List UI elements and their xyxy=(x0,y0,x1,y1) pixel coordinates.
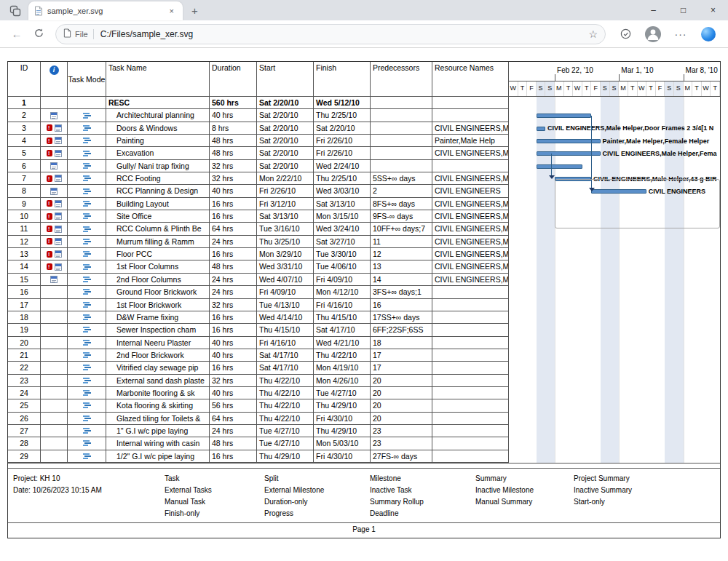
cell-predecessors: 12 xyxy=(371,248,432,260)
cell-predecessors: 13 xyxy=(371,260,432,272)
cell-task-name: 1" G.I w/c pipe laying xyxy=(106,425,210,437)
calendar-icon xyxy=(55,175,62,182)
cell-task-name: Floor PCC xyxy=(106,248,210,260)
week-label: Mar 1, '10 xyxy=(621,66,653,74)
cell-predecessors: 20 xyxy=(371,399,432,411)
cell-task-mode xyxy=(68,147,106,159)
refresh-button[interactable] xyxy=(28,28,50,41)
task-mode-icon xyxy=(83,175,91,182)
cell-task-mode xyxy=(68,122,106,134)
address-toolbar: ← File C:/Files/sample_xer.svg ☆ ··· xyxy=(0,20,728,48)
cell-task-name: Murrum filling & Ramm xyxy=(106,236,210,247)
cell-id: 13 xyxy=(8,248,41,260)
timescale-day: T xyxy=(692,81,702,96)
cell-resources xyxy=(432,375,509,386)
task-row: 5Excavation48 hrsSat 2/20/10Fri 2/26/10C… xyxy=(8,147,509,159)
cell-predecessors xyxy=(371,135,432,146)
cell-task-name: Excavation xyxy=(106,147,210,159)
cell-task-mode xyxy=(68,260,106,272)
cell-indicators xyxy=(41,375,68,386)
timescale-day: M xyxy=(555,81,564,96)
task-mode-icon xyxy=(83,339,91,346)
cell-task-mode xyxy=(68,450,106,462)
task-bar xyxy=(537,127,546,131)
cell-finish: Sat 3/27/10 xyxy=(314,236,371,247)
task-mode-icon xyxy=(83,263,91,271)
cell-indicators xyxy=(41,299,68,311)
tab-actions-icon[interactable] xyxy=(9,5,21,17)
browser-tab[interactable]: sample_xer.svg × xyxy=(28,1,183,20)
calendar-icon xyxy=(55,150,62,157)
cell-task-mode xyxy=(68,425,106,437)
cell-task-name: Ground Floor Brickwork xyxy=(106,286,210,298)
cell-start: Sat 2/20/10 xyxy=(257,97,314,108)
address-bar[interactable]: File C:/Files/sample_xer.svg ☆ xyxy=(55,24,606,44)
legend-item: Summary Rollup xyxy=(370,496,424,508)
cell-finish: Thu 2/25/10 xyxy=(314,109,371,121)
cell-start: Tue 4/13/10 xyxy=(257,299,314,311)
cell-task-name: 1st Floor Brickwork xyxy=(106,299,210,311)
cell-id: 21 xyxy=(8,349,41,361)
profile-avatar[interactable] xyxy=(639,26,667,42)
cell-resources: CIVIL ENGINEERS,M xyxy=(432,260,509,272)
window-minimize-button[interactable]: – xyxy=(638,0,668,20)
cell-finish: Mon 5/03/10 xyxy=(314,437,371,449)
cell-task-name: RCC Footing xyxy=(106,172,210,184)
cell-duration: 16 hrs xyxy=(210,210,257,222)
legend-column: TaskExternal TasksManual TaskFinish-only xyxy=(165,473,212,520)
task-mode-icon xyxy=(83,314,91,321)
cell-start: Thu 3/25/10 xyxy=(257,236,314,247)
cell-indicators xyxy=(41,362,68,373)
url-scheme-label: File xyxy=(75,30,88,39)
timescale-day: M xyxy=(684,81,693,96)
cell-id: 4 xyxy=(8,135,41,146)
timescale-day: T xyxy=(646,81,656,96)
tab-close-icon[interactable]: × xyxy=(167,6,177,16)
task-row: 24Marbonite flooring & sk40 hrsThu 4/22/… xyxy=(8,387,509,399)
task-row: 9Building Layout16 hrsFri 3/12/10Sat 3/1… xyxy=(8,198,509,210)
browser-essentials-icon[interactable] xyxy=(612,28,639,40)
cell-finish: Fri 4/30/10 xyxy=(314,450,371,462)
cell-task-mode xyxy=(68,349,106,361)
cell-duration: 40 hrs xyxy=(210,185,257,196)
cell-predecessors xyxy=(371,147,432,159)
settings-menu-button[interactable]: ··· xyxy=(667,28,695,40)
new-tab-button[interactable]: + xyxy=(191,4,198,17)
task-table-body: 1RESC560 hrsSat 2/20/10Wed 5/12/102Archi… xyxy=(8,97,509,463)
timescale-weeks: Feb 22, '10Mar 1, '10Mar 8, '10 xyxy=(509,62,720,81)
cell-task-mode xyxy=(68,109,106,121)
legend-item: External Milestone xyxy=(264,485,324,496)
header-finish: Finish xyxy=(314,62,371,96)
cell-task-name: External sand dash plaste xyxy=(106,375,210,386)
cell-start: Sat 4/17/10 xyxy=(257,349,314,361)
window-maximize-button[interactable]: □ xyxy=(668,0,698,20)
cell-task-name: 1/2" G.I w/c pipe laying xyxy=(106,450,210,462)
cell-indicators xyxy=(41,172,68,184)
gantt-body: CIVIL ENGINEERS,Male Helper,Door Frames … xyxy=(509,97,720,463)
cell-duration: 16 hrs xyxy=(210,198,257,210)
favorite-star-icon[interactable]: ☆ xyxy=(588,28,598,40)
cell-duration: 64 hrs xyxy=(210,223,257,234)
back-button[interactable]: ← xyxy=(6,28,28,40)
cell-start: Sat 4/17/10 xyxy=(257,362,314,373)
cell-indicators xyxy=(41,97,68,108)
timescale-day: W xyxy=(702,81,711,96)
task-mode-icon xyxy=(83,415,91,422)
cell-duration: 40 hrs xyxy=(210,349,257,361)
task-row: 12Murrum filling & Ramm24 hrsThu 3/25/10… xyxy=(8,236,509,248)
cell-resources: CIVIL ENGINEERS,M xyxy=(432,248,509,260)
cell-task-name: 1st Floor Columns xyxy=(106,260,210,272)
window-close-button[interactable]: × xyxy=(698,0,728,20)
cell-resources xyxy=(432,97,509,108)
cell-predecessors: 20 xyxy=(371,387,432,399)
url-text: C:/Files/sample_xer.svg xyxy=(100,29,585,39)
legend-item: Manual Task xyxy=(165,496,212,508)
cell-id: 11 xyxy=(8,223,41,234)
task-mode-icon xyxy=(83,453,91,460)
cell-indicators xyxy=(41,286,68,298)
calendar-icon xyxy=(50,112,58,119)
legend-item: Finish-only xyxy=(165,508,212,520)
copilot-button[interactable] xyxy=(695,27,722,41)
cell-start: Fri 2/26/10 xyxy=(257,185,314,196)
cell-predecessors: 27FS-∞ days xyxy=(371,450,432,462)
